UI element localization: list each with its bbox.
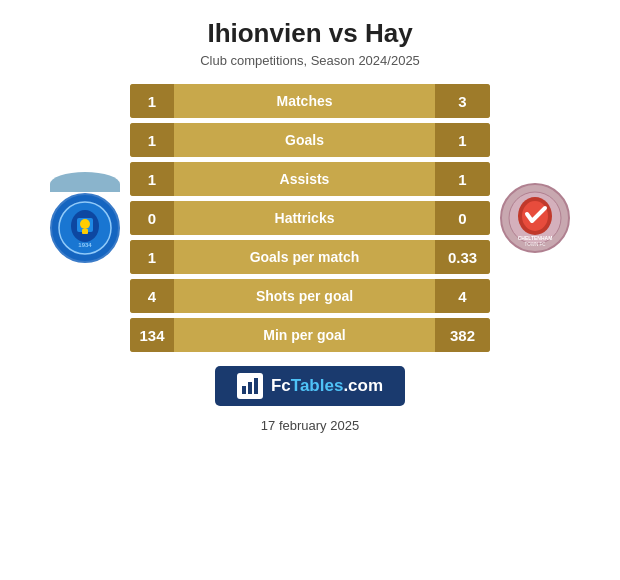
stat-label: Goals (174, 132, 435, 148)
svg-text:TOWN FC: TOWN FC (525, 242, 547, 247)
stat-right-value: 0 (435, 201, 490, 235)
stat-right-value: 3 (435, 84, 490, 118)
stat-row: 1Goals per match0.33 (130, 240, 490, 274)
svg-rect-15 (254, 378, 258, 394)
fctables-banner[interactable]: FcTables.com (215, 366, 405, 406)
svg-text:CHELTENHAM: CHELTENHAM (518, 235, 553, 241)
right-team-logo: CHELTENHAM TOWN FC (490, 182, 580, 254)
svg-rect-13 (242, 386, 246, 394)
stat-row: 1Assists1 (130, 162, 490, 196)
fctables-icon (237, 373, 263, 399)
stat-left-value: 4 (130, 279, 174, 313)
stat-label: Shots per goal (174, 288, 435, 304)
stat-row: 134Min per goal382 (130, 318, 490, 352)
stat-label: Hattricks (174, 210, 435, 226)
svg-point-4 (80, 219, 90, 229)
stat-right-value: 0.33 (435, 240, 490, 274)
stat-right-value: 1 (435, 123, 490, 157)
stat-right-value: 1 (435, 162, 490, 196)
stat-row: 1Matches3 (130, 84, 490, 118)
stat-label: Assists (174, 171, 435, 187)
match-subtitle: Club competitions, Season 2024/2025 (200, 53, 420, 68)
content-row: 1934 1Matches31Goals11Assists10Hattricks… (10, 84, 610, 352)
svg-text:1934: 1934 (78, 242, 92, 248)
stat-label: Min per goal (174, 327, 435, 343)
stat-right-value: 4 (435, 279, 490, 313)
stat-left-value: 0 (130, 201, 174, 235)
stat-right-value: 382 (435, 318, 490, 352)
svg-rect-5 (82, 229, 88, 234)
stat-left-value: 1 (130, 162, 174, 196)
footer-date: 17 february 2025 (261, 418, 359, 433)
stat-row: 0Hattricks0 (130, 201, 490, 235)
stat-left-value: 1 (130, 240, 174, 274)
svg-rect-14 (248, 382, 252, 394)
stats-section: 1Matches31Goals11Assists10Hattricks01Goa… (130, 84, 490, 352)
stat-label: Goals per match (174, 249, 435, 265)
match-title: Ihionvien vs Hay (207, 18, 412, 49)
left-team-logo: 1934 (40, 172, 130, 264)
stat-row: 1Goals1 (130, 123, 490, 157)
stat-row: 4Shots per goal4 (130, 279, 490, 313)
stat-label: Matches (174, 93, 435, 109)
left-team-hat (50, 172, 120, 192)
peterborough-logo: 1934 (49, 192, 121, 264)
stat-left-value: 134 (130, 318, 174, 352)
stat-left-value: 1 (130, 123, 174, 157)
cheltenham-logo: CHELTENHAM TOWN FC (499, 182, 571, 254)
stat-left-value: 1 (130, 84, 174, 118)
main-container: Ihionvien vs Hay Club competitions, Seas… (0, 0, 620, 580)
fctables-text: FcTables.com (271, 376, 383, 396)
